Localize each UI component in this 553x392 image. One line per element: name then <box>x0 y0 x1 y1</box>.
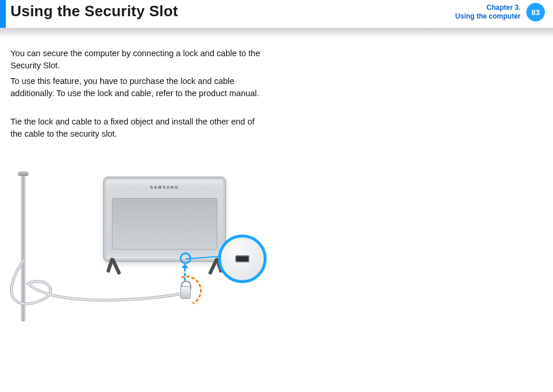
body-text-column: You can secure the computer by connectin… <box>10 47 267 144</box>
page-number-badge: 83 <box>526 3 545 21</box>
chapter-line-2: Using the computer <box>455 12 521 21</box>
chapter-line-1: Chapter 3. <box>455 3 521 12</box>
chapter-label: Chapter 3. Using the computer <box>455 3 521 21</box>
paragraph-1: You can secure the computer by connectin… <box>10 47 267 72</box>
header-accent <box>0 0 6 28</box>
security-slot-illustration: SAMSUNG <box>10 174 265 324</box>
manual-page: Using the Security Slot Chapter 3. Using… <box>0 0 553 392</box>
paragraph-3: Tie the lock and cable to a fixed object… <box>10 116 267 140</box>
header-divider <box>0 28 553 38</box>
page-title: Using the Security Slot <box>10 2 178 20</box>
paragraph-2: To use this feature, you have to purchas… <box>10 75 267 100</box>
